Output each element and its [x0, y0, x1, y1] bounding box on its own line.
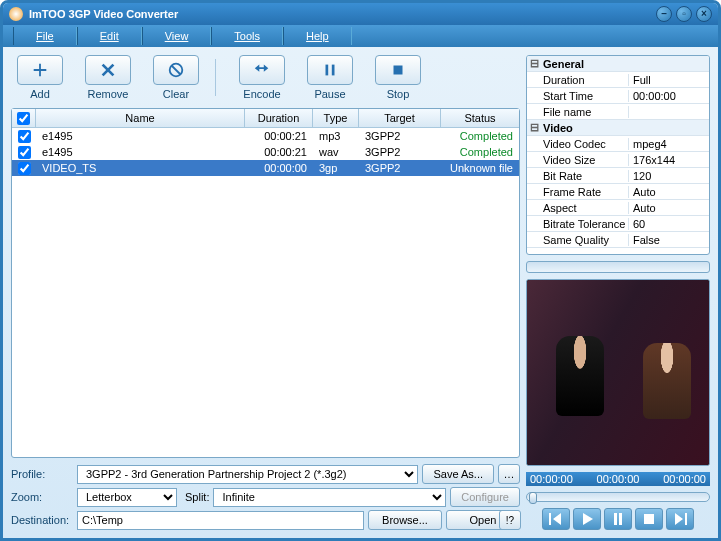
prop-group: General [541, 58, 709, 70]
zoom-select[interactable]: Letterbox [77, 488, 177, 507]
property-row[interactable]: Bitrate Tolerance60 [527, 216, 709, 232]
stop-label: Stop [387, 88, 410, 100]
pause-button[interactable] [307, 55, 353, 85]
preview-panel[interactable] [526, 279, 710, 466]
bottom-controls: Profile: 3GPP2 - 3rd Generation Partners… [11, 464, 520, 530]
cell-type: mp3 [313, 130, 359, 142]
preview-image [527, 280, 709, 465]
prop-value[interactable]: 60 [629, 218, 709, 230]
encode-button[interactable] [239, 55, 285, 85]
left-pane: Add Remove Clear Encode Pause Stop Name … [11, 55, 520, 530]
prop-value[interactable]: Full [629, 74, 709, 86]
menu-file[interactable]: File [13, 27, 77, 45]
app-title: ImTOO 3GP Video Converter [29, 8, 656, 20]
prop-value[interactable]: 120 [629, 170, 709, 182]
add-button[interactable] [17, 55, 63, 85]
destination-input[interactable] [77, 511, 364, 530]
cell-target: 3GPP2 [359, 146, 441, 158]
prop-value[interactable]: 176x144 [629, 154, 709, 166]
playback-controls [526, 508, 710, 530]
cell-name: VIDEO_TS [36, 162, 245, 174]
profile-label: Profile: [11, 468, 73, 480]
collapse-icon[interactable]: ⊟ [527, 121, 541, 134]
menu-help[interactable]: Help [283, 27, 352, 45]
menu-edit[interactable]: Edit [77, 27, 142, 45]
col-name[interactable]: Name [36, 109, 245, 127]
minimize-button[interactable]: – [656, 6, 672, 22]
property-row[interactable]: DurationFull [527, 72, 709, 88]
cell-status: Completed [441, 130, 519, 142]
help-button[interactable]: !? [499, 510, 521, 530]
app-window: ImTOO 3GP Video Converter – ▫ × File Edi… [0, 0, 721, 541]
profile-more-button[interactable]: … [498, 464, 520, 484]
maximize-button[interactable]: ▫ [676, 6, 692, 22]
seek-slider[interactable] [526, 492, 710, 502]
table-row[interactable]: e1495 00:00:21 wav 3GPP2 Completed [12, 144, 519, 160]
prop-value[interactable]: False [629, 234, 709, 246]
clear-button[interactable] [153, 55, 199, 85]
slider-thumb[interactable] [529, 492, 537, 504]
prop-value[interactable]: mpeg4 [629, 138, 709, 150]
toolbar: Add Remove Clear Encode Pause Stop [11, 55, 520, 100]
col-status[interactable]: Status [441, 109, 519, 127]
cell-name: e1495 [36, 146, 245, 158]
remove-button[interactable] [85, 55, 131, 85]
player-pause-button[interactable] [604, 508, 632, 530]
browse-button[interactable]: Browse... [368, 510, 442, 530]
split-label: Split: [185, 491, 209, 503]
menu-tools[interactable]: Tools [211, 27, 283, 45]
menu-view[interactable]: View [142, 27, 212, 45]
encode-label: Encode [243, 88, 280, 100]
svg-rect-2 [332, 65, 335, 76]
cell-duration: 00:00:00 [245, 162, 313, 174]
property-row[interactable]: ⊟General [527, 56, 709, 72]
next-button[interactable] [666, 508, 694, 530]
col-target[interactable]: Target [359, 109, 441, 127]
split-select[interactable]: Infinite [213, 488, 446, 507]
col-type[interactable]: Type [313, 109, 359, 127]
property-row[interactable]: Start Time00:00:00 [527, 88, 709, 104]
property-row[interactable]: Same QualityFalse [527, 232, 709, 248]
property-row[interactable]: Video Codecmpeg4 [527, 136, 709, 152]
cell-duration: 00:00:21 [245, 146, 313, 158]
prop-key: Same Quality [541, 234, 629, 246]
property-row[interactable]: AspectAuto [527, 200, 709, 216]
property-row[interactable]: Frame RateAuto [527, 184, 709, 200]
save-as-button[interactable]: Save As... [422, 464, 494, 484]
table-row[interactable]: VIDEO_TS 00:00:00 3gp 3GPP2 Unknown file [12, 160, 519, 176]
property-row[interactable]: Video Size176x144 [527, 152, 709, 168]
play-button[interactable] [573, 508, 601, 530]
cell-type: wav [313, 146, 359, 158]
property-row[interactable]: File name [527, 104, 709, 120]
configure-button[interactable]: Configure [450, 487, 520, 507]
row-checkbox[interactable] [18, 130, 31, 143]
prop-value[interactable]: Auto [629, 186, 709, 198]
row-checkbox[interactable] [18, 162, 31, 175]
property-row[interactable]: Bit Rate120 [527, 168, 709, 184]
col-duration[interactable]: Duration [245, 109, 313, 127]
select-all-checkbox[interactable] [17, 112, 30, 125]
pause-label: Pause [314, 88, 345, 100]
content: Add Remove Clear Encode Pause Stop Name … [3, 47, 718, 538]
prop-value[interactable]: 00:00:00 [629, 90, 709, 102]
properties-panel[interactable]: ⊟GeneralDurationFullStart Time00:00:00Fi… [526, 55, 710, 255]
prop-key: Bitrate Tolerance [541, 218, 629, 230]
table-row[interactable]: e1495 00:00:21 mp3 3GPP2 Completed [12, 128, 519, 144]
time-total: 00:00:00 [663, 473, 706, 485]
stop-button[interactable] [375, 55, 421, 85]
close-button[interactable]: × [696, 6, 712, 22]
prop-value[interactable]: Auto [629, 202, 709, 214]
profile-select[interactable]: 3GPP2 - 3rd Generation Partnership Proje… [77, 465, 418, 484]
cell-name: e1495 [36, 130, 245, 142]
svg-rect-4 [614, 513, 617, 525]
properties-scrollbar[interactable] [526, 261, 710, 273]
clear-label: Clear [163, 88, 189, 100]
titlebar[interactable]: ImTOO 3GP Video Converter – ▫ × [3, 3, 718, 25]
svg-rect-1 [326, 65, 329, 76]
prev-button[interactable] [542, 508, 570, 530]
add-label: Add [30, 88, 50, 100]
row-checkbox[interactable] [18, 146, 31, 159]
player-stop-button[interactable] [635, 508, 663, 530]
property-row[interactable]: ⊟Video [527, 120, 709, 136]
collapse-icon[interactable]: ⊟ [527, 57, 541, 70]
